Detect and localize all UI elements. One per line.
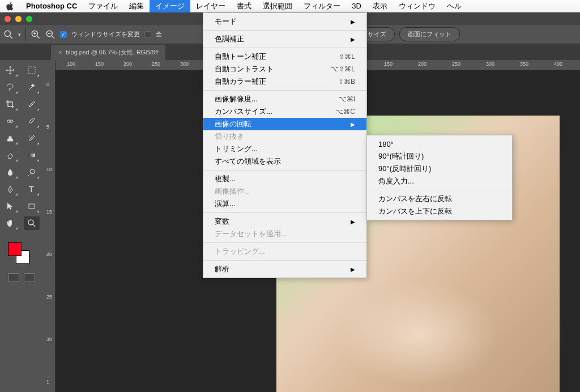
- svg-text:T: T: [29, 185, 34, 194]
- svg-line-18: [33, 224, 35, 227]
- svg-point-14: [30, 169, 35, 174]
- lasso-tool[interactable]: [2, 80, 18, 94]
- menu-duplicate[interactable]: 複製...: [203, 173, 366, 185]
- menu-trim[interactable]: トリミング...: [203, 143, 366, 155]
- svg-rect-13: [28, 154, 35, 157]
- zoom-in-icon[interactable]: [31, 29, 41, 40]
- zoom-tool[interactable]: [24, 216, 40, 230]
- zoom-tool-icon[interactable]: [3, 29, 14, 40]
- marquee-tool[interactable]: [24, 63, 40, 77]
- flip-vertical[interactable]: カンバスを上下に反転: [367, 205, 512, 218]
- history-brush-tool[interactable]: [24, 131, 40, 145]
- move-tool[interactable]: [2, 63, 18, 77]
- crop-tool[interactable]: [2, 97, 18, 111]
- menu-image-rotation[interactable]: 画像の回転▶: [203, 118, 366, 130]
- pen-tool[interactable]: [2, 182, 18, 196]
- app-name[interactable]: Photoshop CC: [20, 2, 83, 10]
- traffic-lights: [5, 16, 32, 22]
- toolbox: T: [0, 60, 45, 392]
- image-menu-dropdown: モード▶ 色調補正▶ 自動トーン補正⇧⌘L 自動コントラスト⌥⇧⌘L 自動カラー…: [203, 12, 367, 278]
- menu-canvas-size[interactable]: カンバスサイズ...⌥⌘C: [203, 105, 366, 118]
- menubar: Photoshop CC ファイル 編集 イメージ レイヤー 書式 選択範囲 フ…: [0, 0, 580, 12]
- all-windows-label: 全: [156, 30, 162, 39]
- close-tab-icon[interactable]: ✕: [58, 49, 62, 56]
- menu-window[interactable]: ウィンドウ: [393, 0, 441, 12]
- rotate-90-cw[interactable]: 90°(時計回り): [367, 150, 512, 163]
- menu-trap: トラッピング...: [203, 245, 366, 258]
- menu-type[interactable]: 書式: [231, 0, 257, 12]
- image-rotation-submenu: 180° 90°(時計回り) 90°(反時計回り) 角度入力... カンバスを左…: [366, 135, 513, 220]
- menu-3d[interactable]: 3D: [346, 0, 367, 12]
- menu-apply-dataset: データセットを適用...: [203, 228, 366, 240]
- eyedropper-tool[interactable]: [24, 97, 40, 111]
- zoom-out-icon[interactable]: [45, 29, 56, 40]
- menu-auto-tone[interactable]: 自動トーン補正⇧⌘L: [203, 50, 366, 63]
- rotate-arbitrary[interactable]: 角度入力...: [367, 175, 512, 188]
- magic-wand-tool[interactable]: [24, 80, 40, 94]
- ruler-origin[interactable]: [45, 60, 56, 70]
- foreground-swatch[interactable]: [8, 242, 22, 256]
- quick-mask-toggle[interactable]: [8, 273, 43, 282]
- menu-calculations[interactable]: 演算...: [203, 198, 366, 210]
- dropdown-arrow-icon[interactable]: ▾: [18, 32, 21, 37]
- dodge-tool[interactable]: [24, 165, 40, 179]
- rotate-90-ccw[interactable]: 90°(反時計回り): [367, 163, 512, 175]
- clone-stamp-tool[interactable]: [2, 131, 18, 145]
- menu-file[interactable]: ファイル: [83, 0, 123, 12]
- menu-variables[interactable]: 変数▶: [203, 215, 366, 228]
- blur-tool[interactable]: [2, 165, 18, 179]
- menu-mode[interactable]: モード▶: [203, 15, 366, 28]
- menu-analysis[interactable]: 解析▶: [203, 263, 366, 275]
- menu-image[interactable]: イメージ: [150, 0, 190, 12]
- eraser-tool[interactable]: [2, 148, 18, 162]
- svg-line-3: [37, 36, 40, 39]
- svg-line-7: [52, 36, 54, 39]
- menu-view[interactable]: 表示: [367, 0, 393, 12]
- apple-icon[interactable]: [6, 2, 15, 11]
- hand-tool[interactable]: [2, 216, 18, 230]
- menu-image-size[interactable]: 画像解像度...⌥⌘I: [203, 93, 366, 105]
- menu-crop: 切り抜き: [203, 130, 366, 143]
- minimize-button[interactable]: [15, 16, 22, 22]
- menu-adjustments[interactable]: 色調補正▶: [203, 33, 366, 45]
- tab-label: blog.psd @ 66.7% (女性, RGB/8#: [66, 48, 159, 57]
- zoom-button[interactable]: [26, 16, 32, 22]
- rotate-180[interactable]: 180°: [367, 138, 512, 150]
- path-select-tool[interactable]: [2, 199, 18, 213]
- flip-horizontal[interactable]: カンバスを左右に反転: [367, 193, 512, 205]
- document-tab[interactable]: ✕ blog.psd @ 66.7% (女性, RGB/8#: [51, 45, 165, 60]
- type-tool[interactable]: T: [24, 182, 40, 196]
- menu-auto-color[interactable]: 自動カラー補正⇧⌘B: [203, 75, 366, 88]
- menu-filter[interactable]: フィルター: [298, 0, 346, 12]
- svg-line-1: [10, 36, 12, 39]
- resize-window-label: ウィンドウサイズを変更: [71, 30, 140, 39]
- all-windows-checkbox[interactable]: [144, 31, 151, 38]
- menu-auto-contrast[interactable]: 自動コントラスト⌥⇧⌘L: [203, 63, 366, 75]
- menu-select[interactable]: 選択範囲: [257, 0, 298, 12]
- menu-edit[interactable]: 編集: [123, 0, 150, 12]
- healing-brush-tool[interactable]: [2, 114, 18, 128]
- svg-point-0: [5, 31, 10, 36]
- brush-tool[interactable]: [24, 114, 40, 128]
- menu-layer[interactable]: レイヤー: [190, 0, 231, 12]
- gradient-tool[interactable]: [24, 148, 40, 162]
- svg-point-17: [28, 220, 33, 225]
- close-button[interactable]: [5, 16, 11, 22]
- fill-screen-button[interactable]: 画面にフィット: [399, 27, 460, 41]
- ruler-vertical[interactable]: 0 5 10 15 20 25 30 1: [45, 70, 56, 392]
- menu-apply-image: 画像操作...: [203, 185, 366, 198]
- menu-help[interactable]: ヘル: [441, 0, 467, 12]
- menu-reveal-all[interactable]: すべての領域を表示: [203, 155, 366, 168]
- rectangle-tool[interactable]: [24, 199, 40, 213]
- svg-rect-9: [28, 67, 35, 74]
- resize-window-checkbox[interactable]: ✓: [60, 31, 67, 38]
- color-swatches[interactable]: [8, 242, 31, 265]
- svg-rect-16: [29, 204, 35, 208]
